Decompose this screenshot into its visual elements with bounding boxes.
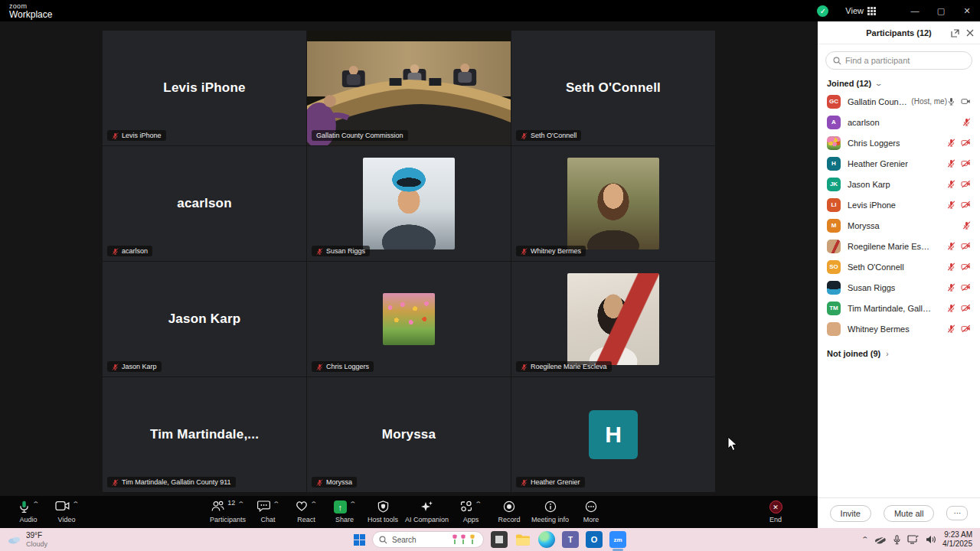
participant-row[interactable]: LILevis iPhone (818, 194, 980, 215)
maximize-button[interactable]: ▢ (928, 0, 954, 21)
edge-browser-icon[interactable] (538, 531, 555, 548)
tray-expand-icon[interactable]: ⌃ (861, 536, 869, 543)
name-label: Tim Martindale, Gallatin County 911 (107, 477, 236, 487)
taskbar-clock[interactable]: 9:23 AM 4/1/2025 (942, 530, 972, 549)
search-icon (379, 536, 387, 544)
muted-mic-icon (947, 201, 956, 209)
video-tile-acarlson[interactable]: acarlson acarlson (103, 146, 306, 261)
chevron-up-icon[interactable]: ⌃ (348, 500, 357, 508)
muted-mic-icon (947, 139, 956, 147)
taskbar-search-label: Search (392, 536, 416, 544)
participants-panel: Participants (12) Joined (12) ⌄ GCGallat… (818, 21, 980, 528)
zoom-app-icon[interactable]: zm (609, 531, 626, 548)
find-participant-search[interactable] (825, 51, 972, 70)
video-icon (961, 97, 971, 106)
toolbar-host-tools-button[interactable]: Host tools (364, 496, 402, 528)
chevron-right-icon: › (886, 350, 888, 358)
toolbar-label: Participants (210, 516, 246, 523)
chevron-up-icon[interactable]: ⌃ (71, 500, 80, 508)
toolbar-more-button[interactable]: More (572, 496, 610, 528)
video-tile-moryssa[interactable]: Moryssa Moryssa (307, 377, 511, 492)
not-joined-section-header[interactable]: Not joined (9) › (818, 339, 980, 368)
close-panel-icon[interactable] (966, 29, 974, 37)
video-tile-tim-martindale-gallatin-county-911[interactable]: Tim Martindale,... Tim Martindale, Galla… (103, 377, 306, 492)
participant-row[interactable]: GCGallatin County Com...(Host, me) (818, 91, 980, 112)
participant-status-icons (947, 324, 971, 333)
toolbar-end-button[interactable]: ✕ End (756, 496, 795, 528)
chevron-up-icon[interactable]: ⌃ (475, 500, 483, 508)
participant-row[interactable]: SOSeth O'Connell (818, 256, 980, 277)
participant-row[interactable]: Whitney Bermes (818, 318, 980, 339)
onedrive-paused-icon[interactable] (874, 536, 887, 544)
zoom-meeting-window: zoom Workplace ✓ View — ▢ ✕ Levis iPhone… (0, 0, 980, 551)
name-label: acarlson (107, 246, 152, 256)
video-off-icon (961, 283, 971, 292)
tile-label-text: acarlson (122, 247, 148, 255)
avatar (827, 136, 841, 150)
apps-icon (460, 500, 472, 515)
video-tile-seth-o-connell[interactable]: Seth O'Connell Seth O'Connell (511, 31, 715, 145)
view-button[interactable]: View (845, 6, 876, 15)
joined-section-header[interactable]: Joined (12) ⌄ (818, 72, 980, 91)
network-display-icon[interactable] (907, 535, 919, 544)
participant-row[interactable]: JKJason Karp (818, 174, 980, 194)
participant-row[interactable]: Aacarlson (818, 112, 980, 132)
chevron-up-icon[interactable]: ⌃ (310, 500, 318, 508)
chevron-up-icon[interactable]: ⌃ (272, 500, 280, 508)
video-tile-chris-loggers[interactable]: Chris Loggers (307, 262, 511, 377)
participant-row[interactable]: HHeather Grenier (818, 153, 980, 174)
video-tile-whitney-bermes[interactable]: Whitney Bermes (511, 146, 715, 261)
teams-app-icon[interactable]: T (562, 531, 579, 548)
toolbar-label: Video (58, 516, 76, 523)
search-input[interactable] (845, 56, 952, 65)
participant-status-icons (947, 283, 971, 292)
toolbar-video-button[interactable]: ⌃Video (47, 496, 86, 528)
video-tile-jason-karp[interactable]: Jason Karp Jason Karp (103, 262, 306, 377)
close-button[interactable]: ✕ (954, 0, 980, 21)
chevron-up-icon[interactable]: ⌃ (31, 500, 40, 508)
video-tile-susan-riggs[interactable]: Susan Riggs (307, 146, 511, 261)
minimize-button[interactable]: — (902, 0, 928, 21)
participant-status-icons (962, 118, 971, 126)
toolbar-chat-button[interactable]: ⌃Chat (249, 496, 287, 528)
video-stage: Levis iPhone Levis iPhone Gallatin Count… (0, 21, 818, 496)
participants-panel-title: Participants (12) (866, 28, 932, 37)
mute-all-button[interactable]: Mute all (884, 505, 935, 522)
chat-icon (257, 500, 270, 515)
participant-row[interactable]: Roegilene Marie Escleva (818, 236, 980, 256)
tray-mic-icon[interactable] (893, 535, 900, 545)
taskbar-search[interactable]: Search (372, 531, 484, 548)
weather-widget[interactable]: 39°F Cloudy (8, 531, 47, 548)
video-tile-heather-grenier[interactable]: H Heather Grenier (511, 377, 715, 492)
invite-button[interactable]: Invite (830, 505, 871, 522)
chevron-up-icon[interactable]: ⌃ (237, 500, 246, 508)
toolbar-record-button[interactable]: Record (490, 496, 528, 528)
speaker-icon[interactable] (926, 535, 936, 544)
avatar (827, 281, 841, 295)
participant-row[interactable]: TMTim Martindale, Gallatin County ... (818, 298, 980, 318)
participant-name: acarlson (848, 118, 880, 127)
search-icon (833, 57, 841, 65)
toolbar-share-button[interactable]: ↑⌃Share (325, 496, 364, 528)
toolbar-apps-button[interactable]: ⌃Apps (452, 496, 490, 528)
tile-display-name: Moryssa (382, 427, 436, 442)
participant-row[interactable]: MMoryssa (818, 215, 980, 236)
desktop-app-icon[interactable] (491, 531, 508, 548)
video-tile-levis-iphone[interactable]: Levis iPhone Levis iPhone (103, 31, 306, 145)
video-tile-roegilene-marie-escleva[interactable]: Roegilene Marie Escleva (511, 262, 715, 377)
popout-icon[interactable] (951, 29, 959, 37)
participant-row[interactable]: Susan Riggs (818, 277, 980, 298)
tile-display-name: Tim Martindale,... (150, 427, 259, 442)
toolbar-react-button[interactable]: ⌃React (287, 496, 325, 528)
more-options-button[interactable]: ··· (946, 506, 968, 520)
file-explorer-icon[interactable] (514, 531, 531, 548)
participant-row[interactable]: Chris Loggers (818, 132, 980, 153)
toolbar-audio-button[interactable]: ⌃Audio (9, 496, 47, 528)
toolbar-meeting-info-button[interactable]: Meeting info (528, 496, 572, 528)
toolbar-participants-button[interactable]: 12⌃Participants (207, 496, 249, 528)
video-tile-gallatin-county-commission[interactable]: Gallatin County Commission (307, 31, 511, 145)
video-off-icon (961, 139, 971, 147)
toolbar-ai-companion-button[interactable]: AI Companion (402, 496, 452, 528)
outlook-app-icon[interactable]: O (586, 531, 603, 548)
windows-start-button[interactable] (354, 534, 365, 546)
